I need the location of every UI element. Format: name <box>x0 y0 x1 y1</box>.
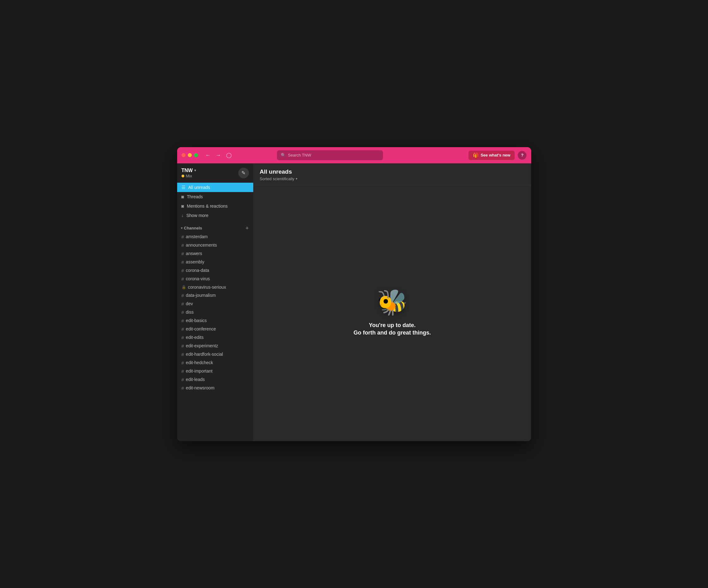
workspace-status-text: Mix <box>186 174 192 178</box>
channel-item-edit-experimentz[interactable]: # edit-experimentz <box>177 342 253 350</box>
channels-list: # amsterdam # announcements # answers # … <box>177 233 253 392</box>
channel-item-answers[interactable]: # answers <box>177 249 253 258</box>
nav-item-show-more-label: Show more <box>186 213 209 218</box>
channel-item-edit-basics[interactable]: # edit-basics <box>177 316 253 325</box>
channel-name: diss <box>186 310 194 315</box>
channel-hash-icon: # <box>181 293 184 298</box>
search-bar[interactable]: 🔍 Search TNW <box>277 150 383 160</box>
up-to-date-line1: You're up to date. <box>369 321 416 330</box>
channel-item-dev[interactable]: # dev <box>177 300 253 308</box>
channel-item-edit-conference[interactable]: # edit-conference <box>177 325 253 333</box>
channel-name: dev <box>186 301 193 306</box>
history-button[interactable]: ◯ <box>225 152 233 159</box>
workspace-header: TNW ▾ Mix ✎ <box>177 163 253 181</box>
status-dot-icon <box>181 175 184 177</box>
sort-chevron-icon: ▾ <box>296 177 298 181</box>
channel-item-edit-important[interactable]: # edit-important <box>177 367 253 375</box>
search-icon: 🔍 <box>281 153 286 157</box>
workspace-chevron-icon: ▾ <box>194 168 196 173</box>
channel-hash-icon: # <box>181 318 184 323</box>
channel-hash-icon: # <box>181 343 184 348</box>
channel-hash-icon: # <box>181 327 184 332</box>
main-layout: TNW ▾ Mix ✎ ☰ All unreads <box>177 163 531 441</box>
content-body: 🐝 You're up to date. Go forth and do gre… <box>254 185 531 441</box>
sort-control[interactable]: Sorted scientifically ▾ <box>260 177 525 181</box>
workspace-name-button[interactable]: TNW ▾ <box>181 168 196 173</box>
content-header: All unreads Sorted scientifically ▾ <box>254 163 531 185</box>
title-bar: ← → ◯ 🔍 Search TNW 🎁 See what's new ? <box>177 147 531 163</box>
content-title: All unreads <box>260 168 525 175</box>
close-button[interactable] <box>181 153 185 157</box>
show-more-icon: ↓ <box>181 213 184 218</box>
main-content: All unreads Sorted scientifically ▾ 🐝 Yo… <box>254 163 531 441</box>
sort-label: Sorted scientifically <box>260 177 294 181</box>
channel-name: edit-newsroom <box>186 385 214 390</box>
channel-item-announcements[interactable]: # announcements <box>177 241 253 249</box>
channel-hash-icon: # <box>181 243 184 248</box>
channel-item-amsterdam[interactable]: # amsterdam <box>177 233 253 241</box>
channels-header-left: ▾ Channels <box>181 226 202 230</box>
channel-name: edit-edits <box>186 335 204 340</box>
forward-button[interactable]: → <box>214 152 223 159</box>
app-window: ← → ◯ 🔍 Search TNW 🎁 See what's new ? <box>177 147 531 441</box>
channel-hash-icon: # <box>181 251 184 256</box>
up-to-date-line2: Go forth and do great things. <box>354 330 431 336</box>
channel-item-assembly[interactable]: # assembly <box>177 258 253 266</box>
nav-item-all-unreads-label: All unreads <box>188 185 210 190</box>
channel-item-coronavirus-serioux[interactable]: 🔒 coronavirus-serioux <box>177 283 253 291</box>
channel-item-edit-edits[interactable]: # edit-edits <box>177 333 253 342</box>
workspace-status: Mix <box>181 174 196 178</box>
channel-item-corona-virus[interactable]: # corona-virus <box>177 275 253 283</box>
channel-hash-icon: # <box>181 301 184 307</box>
nav-item-threads[interactable]: ◙ Threads <box>177 192 253 202</box>
channel-hash-icon: # <box>181 276 184 281</box>
channel-item-edit-hedcheck[interactable]: # edit-hedcheck <box>177 359 253 367</box>
help-label: ? <box>521 153 523 157</box>
channel-name: coronavirus-serioux <box>188 285 226 290</box>
channel-name: answers <box>186 251 202 256</box>
channel-name: assembly <box>186 259 204 265</box>
channel-item-data-journalism[interactable]: # data-journalism <box>177 291 253 300</box>
channel-item-edit-leads[interactable]: # edit-leads <box>177 375 253 384</box>
lock-icon: 🔒 <box>181 285 186 289</box>
channel-hash-icon: # <box>181 310 184 315</box>
gift-icon: 🎁 <box>473 152 479 158</box>
minimize-button[interactable] <box>188 153 192 157</box>
channel-name: edit-important <box>186 369 213 373</box>
channel-item-edit-newsroom[interactable]: # edit-newsroom <box>177 384 253 392</box>
help-button[interactable]: ? <box>518 151 527 160</box>
see-whats-new-label: See what's new <box>481 153 510 157</box>
see-whats-new-button[interactable]: 🎁 See what's new <box>469 151 515 160</box>
workspace-name: TNW <box>181 168 193 173</box>
threads-icon: ◙ <box>181 194 184 199</box>
channel-item-edit-hardfork-social[interactable]: # edit-hardfork-social <box>177 350 253 359</box>
channel-name: corona-virus <box>186 276 210 281</box>
nav-item-show-more[interactable]: ↓ Show more <box>177 211 253 220</box>
channels-header[interactable]: ▾ Channels + <box>177 224 253 233</box>
channel-name: edit-leads <box>186 377 205 382</box>
nav-item-all-unreads[interactable]: ☰ All unreads <box>177 183 253 192</box>
bee-illustration: 🐝 <box>377 290 408 315</box>
channel-item-diss[interactable]: # diss <box>177 308 253 316</box>
nav-item-threads-label: Threads <box>187 194 203 199</box>
nav-buttons: ← → ◯ <box>204 152 233 159</box>
add-channel-button[interactable]: + <box>245 225 249 231</box>
right-actions: 🎁 See what's new ? <box>469 151 527 160</box>
channel-name: corona-data <box>186 268 209 273</box>
channel-hash-icon: # <box>181 335 184 340</box>
all-unreads-icon: ☰ <box>181 185 185 190</box>
back-button[interactable]: ← <box>204 152 212 159</box>
channel-hash-icon: # <box>181 268 184 273</box>
maximize-button[interactable] <box>194 153 198 157</box>
channel-name: data-journalism <box>186 293 216 298</box>
channel-hash-icon: # <box>181 360 184 365</box>
channel-name: edit-basics <box>186 318 207 323</box>
mentions-icon: ◙ <box>181 204 184 209</box>
channel-name: announcements <box>186 243 217 248</box>
channel-name: edit-conference <box>186 327 216 332</box>
workspace-name-group: TNW ▾ Mix <box>181 168 196 178</box>
channel-hash-icon: # <box>181 352 184 357</box>
nav-item-mentions-reactions[interactable]: ◙ Mentions & reactions <box>177 202 253 211</box>
channel-item-corona-data[interactable]: # corona-data <box>177 266 253 275</box>
compose-button[interactable]: ✎ <box>238 168 249 178</box>
